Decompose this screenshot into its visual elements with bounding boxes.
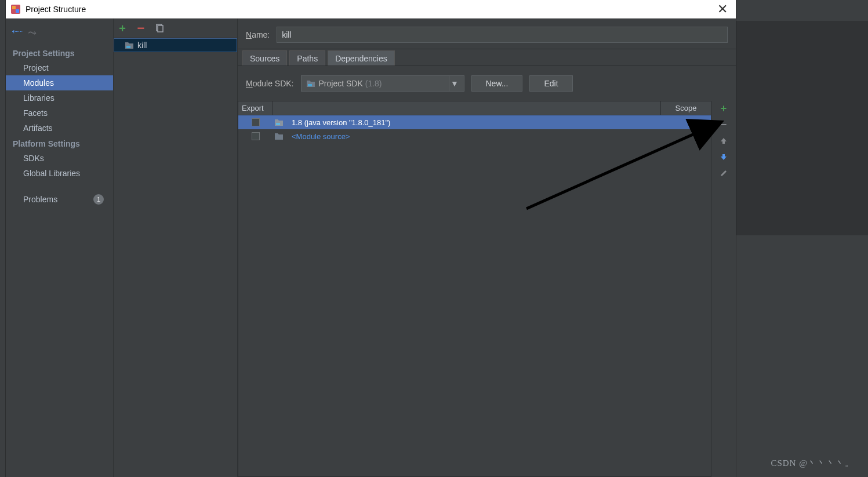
svg-rect-6 [308,84,312,86]
problems-label: Problems [23,195,57,204]
sdk-version: (1.8) [365,79,382,88]
remove-dependency-icon[interactable]: − [718,119,729,130]
module-editor: Name: Sources Paths Dependencies Module … [238,19,736,477]
sidebar-item-modules[interactable]: Modules [6,75,113,90]
sidebar-item-sdks[interactable]: SDKs [6,151,113,166]
problems-badge: 1 [93,194,104,205]
project-structure-dialog: Project Structure ✕ ⬸ ⤳ Project Settings… [6,0,736,477]
copy-module-icon[interactable] [154,23,165,34]
col-scope[interactable]: Scope [661,101,711,115]
nav-history: ⬸ ⤳ [6,22,113,45]
module-tree-item-label: kill [137,41,147,50]
move-down-icon[interactable] [718,152,729,162]
dep-label: 1.8 (java version "1.8.0_181") [292,118,390,127]
nav-back-icon[interactable]: ⬸ [12,27,22,39]
window-title: Project Structure [26,5,86,14]
module-sdk-row: Module SDK: Project SDK (1.8) ▼ New... E… [238,66,736,101]
nav-forward-icon[interactable]: ⤳ [28,27,37,39]
sidebar-item-project[interactable]: Project [6,60,113,75]
ide-right-dark-panel [736,21,868,235]
sidebar-item-global-libs[interactable]: Global Libraries [6,166,113,181]
sidebar-item-artifacts[interactable]: Artifacts [6,121,113,136]
section-header-project: Project Settings [6,45,113,60]
add-dependency-icon[interactable]: + [718,103,729,114]
section-header-platform: Platform Settings [6,136,113,151]
tab-dependencies[interactable]: Dependencies [328,50,395,65]
name-row: Name: [238,19,736,49]
svg-rect-7 [276,123,280,125]
ide-left-strip [0,19,6,460]
svg-rect-4 [158,26,163,32]
module-tree-panel: + − kill [114,19,238,477]
module-tree[interactable]: kill [114,38,237,477]
dep-label: <Module source> [292,132,350,141]
svg-rect-5 [126,46,130,48]
watermark: CSDN @丶丶丶丶。 [771,458,854,469]
source-folder-icon [274,132,284,140]
module-tree-item[interactable]: kill [114,38,237,52]
move-up-icon[interactable] [718,136,729,146]
app-icon [10,4,21,14]
close-button[interactable]: ✕ [714,4,731,14]
tab-paths[interactable]: Paths [289,50,325,65]
col-export[interactable]: Export [238,101,273,115]
jdk-folder-icon [274,118,284,126]
dep-export-checkbox[interactable] [252,132,260,140]
dialog-body: ⬸ ⤳ Project Settings Project Modules Lib… [6,19,736,477]
dependency-side-buttons: + − [715,101,732,477]
sidebar-item-problems[interactable]: Problems 1 [6,191,113,207]
module-name-input[interactable] [277,27,728,43]
add-module-icon[interactable]: + [117,23,128,34]
settings-sidebar: ⬸ ⤳ Project Settings Project Modules Lib… [6,19,114,477]
sdk-value: Project SDK [319,79,363,88]
sdk-folder-icon [306,79,315,88]
svg-rect-1 [12,6,16,9]
name-label: Name: [246,30,270,39]
module-toolbar: + − [114,19,237,38]
dependency-row-source[interactable]: <Module source> [238,129,711,143]
remove-module-icon[interactable]: − [136,23,146,34]
sidebar-item-facets[interactable]: Facets [6,105,113,121]
sidebar-item-libraries[interactable]: Libraries [6,90,113,105]
dependencies-table: Export Scope 1.8 (java version "1.8.0_18… [238,101,711,477]
dropdown-caret-icon: ▼ [449,76,460,91]
module-tabs: Sources Paths Dependencies [238,49,736,66]
module-sdk-label: Module SDK: [246,79,294,88]
module-folder-icon [125,41,134,49]
module-sdk-dropdown[interactable]: Project SDK (1.8) ▼ [301,75,464,92]
svg-rect-2 [16,9,19,13]
dependencies-header: Export Scope [238,101,711,115]
tab-sources[interactable]: Sources [242,50,287,65]
titlebar: Project Structure ✕ [6,0,736,19]
dependency-row-sdk[interactable]: 1.8 (java version "1.8.0_181") [238,115,711,129]
edit-dependency-icon[interactable] [718,168,729,179]
dep-export-checkbox[interactable] [252,118,260,126]
sdk-new-button[interactable]: New... [471,75,523,92]
col-dependency[interactable] [273,101,661,115]
sdk-edit-button[interactable]: Edit [529,75,572,92]
dependencies-rows: 1.8 (java version "1.8.0_181") <Module s… [238,115,711,476]
dependencies-area: Export Scope 1.8 (java version "1.8.0_18… [238,101,736,477]
